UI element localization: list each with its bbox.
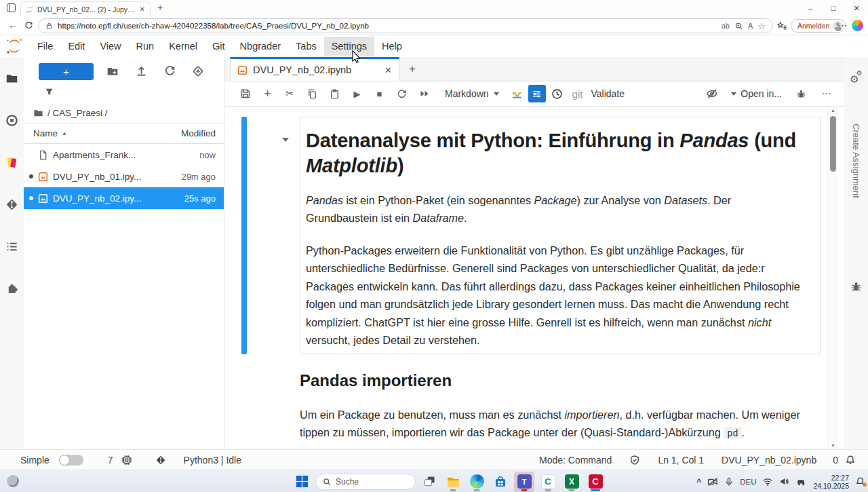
insert-cell-icon[interactable]: + [256,84,279,103]
weather-widget-icon[interactable] [7,475,19,487]
translate-icon[interactable]: ab [722,22,730,30]
browser-refresh-icon[interactable] [24,21,33,30]
menu-tabs[interactable]: Tabs [288,37,324,56]
breadcrumb-path[interactable]: / CAS_Praesi / [47,108,108,118]
url-bar[interactable]: https://noto.epfl.ch/user/ch-zhaw-420402… [38,18,773,33]
cell-toolbar-toggle-icon[interactable] [528,85,546,102]
new-folder-icon[interactable] [106,65,119,77]
file-name[interactable]: DVU_PY_nb_02.ipy... [53,193,180,204]
create-assignment-tab[interactable]: Create Assignment [844,122,868,238]
menu-run[interactable]: Run [129,37,162,56]
copilot-icon[interactable] [852,20,863,31]
notebook-content[interactable]: Datenanalyse mit Python: Einführung in P… [224,107,844,449]
menu-edit[interactable]: Edit [60,37,92,56]
debugger-icon[interactable] [844,281,868,292]
refresh-file-list-icon[interactable] [164,65,176,77]
window-close-button[interactable]: ✕ [845,0,868,16]
edge-browser-button[interactable] [467,472,487,492]
debug-bug-icon[interactable] [790,84,812,103]
keyboard-language[interactable]: DEU [740,478,756,486]
extension-manager-icon[interactable] [0,282,24,295]
menu-settings[interactable]: Settings [324,37,374,56]
copy-cell-icon[interactable] [301,84,323,103]
tray-expand-icon[interactable]: ^ [696,477,701,487]
teams-button[interactable]: T [514,472,534,492]
save-icon[interactable] [234,84,256,103]
microsoft-store-button[interactable] [490,472,511,492]
notebook-tab-close-icon[interactable]: ✕ [384,65,392,75]
browser-back-icon[interactable]: ← [8,20,18,31]
vehicle-tray-icon[interactable] [795,476,807,487]
microphone-icon[interactable] [724,477,734,487]
browser-menu-icon[interactable]: ⋯ [838,20,848,31]
git-clone-icon[interactable] [192,65,204,77]
run-cell-icon[interactable]: ▶ [346,84,368,103]
file-row[interactable]: DVU_PY_nb_01.ipy... 29m ago [24,166,224,187]
terminal-chip-icon[interactable] [121,455,132,466]
git-sidebar-icon[interactable] [0,198,24,211]
file-explorer-button[interactable] [443,472,463,492]
home-folder-icon[interactable] [33,108,43,118]
menu-git[interactable]: Git [205,37,233,56]
tray-clock[interactable]: 22:27 24.10.2025 [813,474,849,490]
file-name[interactable]: Apartments_Frank... [53,150,195,160]
recorder-app-button[interactable]: C [585,472,606,492]
more-actions-icon[interactable]: ⋯ [815,84,837,103]
file-row-selected[interactable]: DVU_PY_nb_02.ipy... 25s ago [24,187,224,209]
open-in-dropdown[interactable]: Open in... [731,88,782,99]
kernel-status[interactable]: Python3 | Idle [184,455,241,466]
volume-icon[interactable] [779,476,789,487]
menu-view[interactable]: View [92,37,128,56]
extension-books-icon[interactable] [0,156,24,169]
execute-time-icon[interactable] [506,84,528,103]
statusbar-filename[interactable]: DVU_PY_nb_02.ipynb [722,455,816,466]
scroll-down-icon[interactable]: ▼ [828,443,838,448]
column-modified-label[interactable]: Modified [181,128,216,138]
paste-cell-icon[interactable] [323,84,346,103]
task-view-button[interactable] [419,472,439,492]
favorites-bar-icon[interactable] [777,21,787,31]
property-inspector-icon[interactable]: ⚙⚙ [844,73,868,86]
menu-nbgrader[interactable]: Nbgrader [233,37,288,56]
column-name-label[interactable]: Name [33,128,58,138]
markdown-cell-1[interactable]: Datenanalyse mit Python: Einführung in P… [300,117,821,354]
cut-cell-icon[interactable]: ✂ [279,84,301,103]
new-launcher-button[interactable]: + [39,63,94,80]
markdown-cell-2[interactable]: Pandas importieren Um ein Package zu ben… [300,371,821,449]
window-maximize-button[interactable]: □ [822,0,845,16]
file-row[interactable]: Apartments_Frank... now [24,144,224,166]
taskbar-search[interactable]: Suche [315,474,416,490]
cursor-position[interactable]: Ln 1, Col 1 [658,455,704,466]
filter-icon[interactable] [44,87,54,97]
history-clock-icon[interactable] [546,84,568,103]
wifi-icon[interactable] [762,476,773,487]
menu-help[interactable]: Help [374,37,410,56]
running-kernels-icon[interactable] [0,114,24,127]
notebook-tab[interactable]: DVU_PY_nb_02.ipynb ✕ [230,57,399,81]
upload-icon[interactable] [136,65,147,77]
notebook-tab-label[interactable]: DVU_PY_nb_02.ipynb [253,64,379,75]
excel-button[interactable]: X [561,472,582,492]
git-toolbar-label[interactable]: git [572,88,583,100]
zoom-icon[interactable] [734,22,743,31]
notebook-scrollbar[interactable]: ▲ ▼ [827,107,837,449]
start-button[interactable] [292,472,312,492]
notification-center-icon[interactable] [855,476,865,487]
url-text[interactable]: https://noto.epfl.ch/user/ch-zhaw-420402… [58,22,717,30]
file-name[interactable]: DVU_PY_nb_01.ipy... [53,172,176,182]
clipchamp-button[interactable]: C [538,472,558,492]
browser-new-tab-button[interactable]: + [157,2,163,13]
bookmark-star-icon[interactable]: ☆ [757,21,766,31]
menu-kernel[interactable]: Kernel [161,37,205,56]
breadcrumb[interactable]: / CAS_Praesi / [24,103,224,124]
stop-kernel-icon[interactable]: ■ [368,84,391,103]
tab-actions-icon[interactable] [7,3,16,12]
file-browser-icon[interactable] [0,72,24,85]
browser-tab-close-icon[interactable]: ✕ [140,6,145,13]
window-minimize-button[interactable]: – [799,0,822,16]
cell-collapse-icon[interactable] [282,138,289,142]
validate-button[interactable]: Validate [591,88,625,99]
cell-type-dropdown[interactable]: Markdown [445,88,499,99]
scrollbar-thumb[interactable] [830,116,836,172]
read-aloud-icon[interactable]: A [748,22,753,30]
